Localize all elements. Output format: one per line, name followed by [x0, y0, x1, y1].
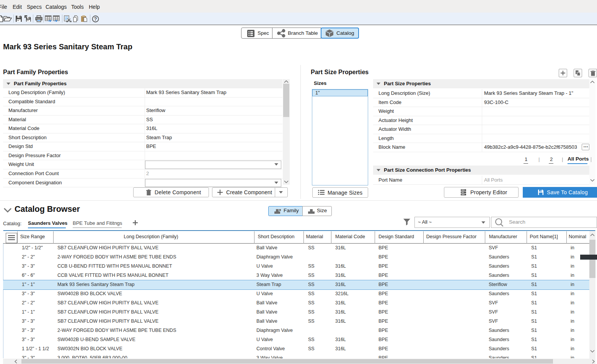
svg-text:?: ?: [94, 16, 97, 22]
